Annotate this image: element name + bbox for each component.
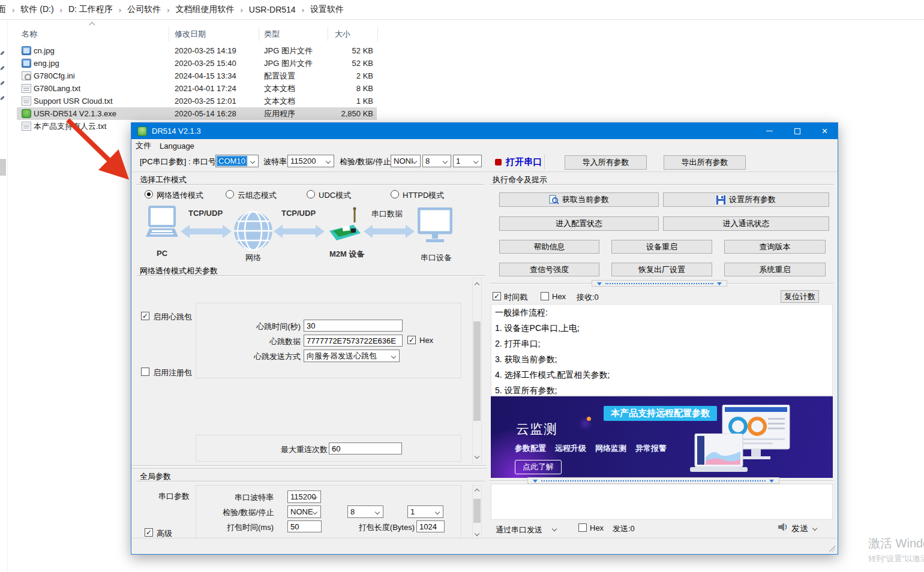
radio-udc-mode[interactable] [307, 190, 315, 198]
import-params-button[interactable]: 导入所有参数 [565, 155, 647, 170]
global-scrollbar[interactable] [472, 485, 482, 540]
radio-label[interactable]: 云组态模式 [238, 190, 277, 201]
table-row-selected[interactable]: USR-DR514 V2.1.3.exe 2020-05-14 16:28 应用… [17, 107, 377, 120]
open-port-button[interactable]: 打开串口 [495, 156, 542, 168]
enable-register-checkbox[interactable] [141, 368, 149, 376]
serial-params-group-label: 串口参数 [148, 491, 190, 502]
breadcrumb-item[interactable]: 公司软件 [125, 4, 163, 15]
radio-label[interactable]: HTTPD模式 [403, 190, 444, 201]
stop-bits-select[interactable]: 1 [453, 155, 482, 167]
global-baud-select[interactable]: 115200 [287, 490, 321, 503]
enter-comm-button[interactable]: 进入通讯状态 [663, 216, 829, 231]
table-row[interactable]: eng.jpg 2020-03-25 15:40 JPG 图片文件 52 KB [17, 57, 377, 70]
menu-file[interactable]: 文件 [131, 140, 155, 151]
radio-label[interactable]: 网络透传模式 [157, 190, 203, 201]
recv-hex-checkbox[interactable] [541, 292, 549, 300]
close-button[interactable]: × [811, 123, 838, 139]
timestamp-checkbox[interactable] [493, 292, 501, 300]
set-params-button[interactable]: 设置所有参数 [663, 192, 829, 207]
log-line: 一般操作流程: [491, 305, 832, 320]
heartbeat-hex-label[interactable]: Hex [419, 336, 433, 345]
send-channel-select[interactable]: 通过串口发送 [496, 525, 542, 535]
parity-select[interactable]: NONI [391, 155, 421, 167]
device-reboot-button[interactable]: 设备重启 [611, 240, 712, 254]
radio-transparent-mode[interactable] [145, 190, 153, 198]
breadcrumb-item[interactable]: 软件 (D:) [18, 4, 56, 15]
data-bits-select[interactable]: 8 [422, 155, 451, 167]
heartbeat-time-input[interactable] [304, 320, 403, 332]
max-reconnect-input[interactable] [329, 442, 402, 454]
feature-item: 参数配置 [515, 443, 546, 454]
pack-length-input[interactable] [416, 520, 445, 532]
send-hex-checkbox[interactable] [578, 523, 587, 532]
global-data-bits-select[interactable]: 8 [347, 505, 383, 518]
window-titlebar[interactable]: DR514 V2.1.3 [131, 123, 838, 139]
query-version-button[interactable]: 查询版本 [724, 240, 826, 254]
heartbeat-hex-checkbox[interactable] [407, 336, 416, 344]
exe-file-icon [22, 109, 31, 118]
breadcrumb-item[interactable]: 文档组使用软件 [173, 4, 236, 15]
heartbeat-mode-select[interactable]: 向服务器发送心跳包 [304, 350, 400, 362]
global-parity-select[interactable]: NONE [287, 505, 321, 518]
params-scrollbar[interactable] [472, 278, 482, 463]
breadcrumb-item[interactable]: 设置软件 [308, 4, 346, 15]
chevron-down-icon [552, 526, 557, 531]
nav-scrollbar-thumb[interactable] [0, 159, 6, 176]
breadcrumb-item[interactable]: D: 工作程序 [66, 4, 115, 15]
baud-select[interactable]: 115200 [287, 155, 334, 167]
log-output[interactable]: 一般操作流程: 1. 设备连PC串口,上电; 2. 打开串口; 3. 获取当前参… [491, 304, 833, 396]
toolbar-divider [544, 155, 545, 170]
status-bar [131, 538, 838, 554]
send-button[interactable]: 发送 [791, 523, 808, 534]
radio-httpd-mode[interactable] [391, 190, 399, 198]
factory-reset-button[interactable]: 恢复出厂设置 [611, 263, 712, 276]
enable-register-label[interactable]: 启用注册包 [153, 368, 192, 378]
breadcrumb-item[interactable]: 面 [0, 4, 8, 15]
breadcrumb-item[interactable]: USR-DR514 [247, 5, 298, 14]
heartbeat-data-input[interactable] [304, 335, 403, 347]
recv-hex-label[interactable]: Hex [552, 292, 566, 301]
column-header-date[interactable]: 修改日期 [175, 27, 206, 41]
file-name: cn.jpg [34, 44, 55, 57]
enter-config-button[interactable]: 进入配置状态 [499, 216, 659, 231]
pin-icon [0, 81, 5, 86]
banner-cta-button[interactable]: 点此了解 [515, 460, 562, 474]
table-row[interactable]: G780Lang.txt 2021-04-01 17:24 文本文档 8 KB [17, 82, 377, 95]
table-row[interactable]: G780Cfg.ini 2024-04-15 13:34 配置设置 2 KB [17, 70, 377, 82]
send-input-area[interactable] [491, 484, 833, 520]
enable-heartbeat-checkbox[interactable] [141, 312, 149, 320]
enable-heartbeat-label[interactable]: 启用心跳包 [153, 312, 192, 323]
pack-time-input[interactable] [287, 520, 322, 532]
table-row[interactable]: Support USR Cloud.txt 2020-03-25 12:01 文… [17, 95, 377, 107]
splitter-handle[interactable] [592, 280, 727, 287]
column-header-size[interactable]: 大小 [335, 27, 350, 41]
send-hex-label[interactable]: Hex [590, 523, 604, 532]
reset-count-button[interactable]: 复位计数 [781, 290, 819, 303]
global-stop-bits-select[interactable]: 1 [407, 505, 443, 518]
breadcrumb-separator-icon: › [8, 5, 18, 14]
export-params-button[interactable]: 导出所有参数 [664, 155, 746, 170]
system-reboot-button[interactable]: 系统重启 [724, 263, 826, 276]
com-port-select[interactable]: COM10 [215, 155, 259, 167]
radio-label[interactable]: UDC模式 [319, 190, 351, 201]
advanced-checkbox[interactable] [145, 528, 153, 537]
column-header-type[interactable]: 类型 [264, 27, 280, 41]
cloud-banner[interactable]: 本产品支持远程配置参数 云监测 参数配置 远程升级 网络监测 异常报警 点此了解 [491, 396, 833, 478]
section-splitter[interactable] [131, 465, 487, 466]
section-splitter[interactable] [131, 468, 487, 469]
get-params-button[interactable]: 获取当前参数 [499, 192, 659, 207]
table-row[interactable]: cn.jpg 2020-03-25 14:19 JPG 图片文件 52 KB [17, 44, 377, 57]
minimize-button[interactable] [756, 123, 783, 139]
splitter-handle[interactable] [527, 477, 779, 484]
signal-strength-button[interactable]: 查信号强度 [499, 263, 599, 276]
help-button[interactable]: 帮助信息 [499, 240, 599, 254]
file-size: 8 KB [299, 82, 373, 95]
heartbeat-data-label: 心跳数据 [259, 336, 301, 347]
radio-cloud-mode[interactable] [226, 190, 234, 198]
recv-count: 接收:0 [577, 292, 599, 303]
column-header-name[interactable]: 名称 [22, 27, 37, 41]
menu-language[interactable]: Language [155, 142, 199, 150]
resize-grip[interactable] [829, 546, 835, 552]
maximize-button[interactable] [784, 123, 811, 139]
timestamp-label[interactable]: 时间戳 [504, 292, 527, 303]
